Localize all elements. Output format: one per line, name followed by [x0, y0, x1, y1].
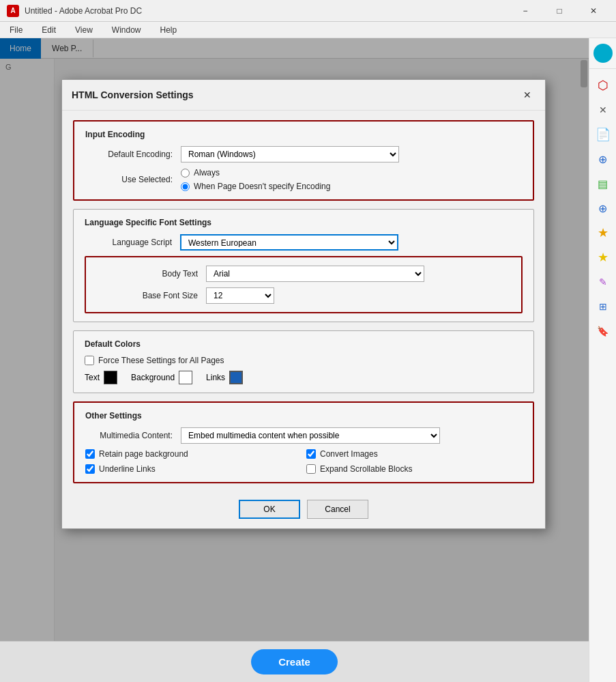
menu-file[interactable]: File [5, 24, 27, 36]
body-text-row: Body Text Arial [97, 266, 510, 282]
sidebar-icon-4[interactable]: 📄 [592, 124, 614, 145]
force-settings-label: Force These Settings for All Pages [98, 356, 224, 365]
underline-links-row[interactable]: Underline Links [85, 464, 301, 474]
use-selected-row: Use Selected: Always When Page Doesn't s… [85, 168, 522, 191]
sidebar-icon-3[interactable]: ✕ [592, 99, 614, 121]
dialog-footer: OK Cancel [62, 493, 545, 528]
other-settings-checkboxes: Retain page background Convert Images Un… [85, 449, 522, 474]
default-encoding-label: Default Encoding: [85, 150, 181, 159]
other-settings-section: Other Settings Multimedia Content: Embed… [73, 401, 534, 483]
ok-button[interactable]: OK [239, 500, 300, 519]
create-button[interactable]: Create [251, 649, 338, 674]
background-color-swatch[interactable] [179, 371, 192, 384]
app-icon: A [7, 5, 19, 17]
sidebar-icon-10[interactable]: ✎ [592, 271, 614, 293]
radio-always[interactable] [181, 169, 190, 177]
multimedia-select[interactable]: Embed multimedia content when possible R… [181, 427, 440, 444]
window-controls: − □ ✕ [510, 0, 609, 22]
base-font-size-select[interactable]: 12 8 9 10 11 12 14 [206, 287, 274, 304]
maximize-button[interactable]: □ [544, 0, 575, 22]
radio-when[interactable] [181, 182, 190, 191]
retain-background-label: Retain page background [99, 449, 188, 459]
sidebar-icon-6[interactable]: ▤ [592, 173, 614, 195]
color-row: Text Background Links [85, 371, 523, 384]
default-encoding-row: Default Encoding: Roman (Windows) [85, 146, 522, 162]
radio-always-label: Always [194, 168, 220, 177]
sidebar-icon-7[interactable]: ⊕ [592, 197, 614, 219]
base-font-size-row: Base Font Size 12 8 9 10 11 12 14 [97, 287, 510, 304]
convert-images-row[interactable]: Convert Images [306, 449, 522, 459]
sidebar-icon-1[interactable] [593, 44, 613, 63]
language-script-label: Language Script [85, 238, 180, 247]
default-encoding-select[interactable]: Roman (Windows) [181, 146, 399, 162]
force-settings-row: Force These Settings for All Pages [85, 356, 523, 365]
links-color-swatch[interactable] [229, 371, 243, 384]
html-conversion-dialog: HTML Conversion Settings ✕ Input Encodin… [61, 79, 546, 529]
radio-when-row[interactable]: When Page Doesn't specify Encoding [181, 182, 330, 191]
other-settings-label: Other Settings [85, 411, 522, 421]
sidebar-icon-5[interactable]: ⊕ [592, 148, 614, 170]
multimedia-row: Multimedia Content: Embed multimedia con… [85, 427, 522, 444]
links-color-label: Links [206, 373, 225, 382]
menu-window[interactable]: Window [108, 24, 145, 36]
sidebar-icon-2[interactable]: ⬡ [592, 74, 614, 96]
input-encoding-label: Input Encoding [85, 130, 522, 139]
body-text-select[interactable]: Arial [206, 266, 424, 282]
retain-background-row[interactable]: Retain page background [85, 449, 301, 459]
radio-when-label: When Page Doesn't specify Encoding [194, 182, 330, 191]
sidebar-icon-8[interactable]: ★ [592, 222, 614, 244]
right-sidebar: ⬡ ✕ 📄 ⊕ ▤ ⊕ ★ ★ ✎ ⊞ 🔖 [589, 38, 616, 682]
font-subsection: Body Text Arial Base Font Size 12 8 9 10… [85, 256, 523, 313]
menu-view[interactable]: View [71, 24, 97, 36]
sidebar-icon-11[interactable]: ⊞ [592, 296, 614, 317]
text-color-group: Text [85, 371, 117, 384]
convert-images-checkbox[interactable] [306, 449, 316, 459]
dialog-body: Input Encoding Default Encoding: Roman (… [62, 111, 545, 493]
bottom-area: Create [0, 641, 589, 682]
menu-help[interactable]: Help [156, 24, 181, 36]
language-script-select[interactable]: Western European [180, 234, 398, 251]
sidebar-icon-12[interactable]: 🔖 [592, 320, 614, 342]
text-color-label: Text [85, 373, 100, 382]
use-selected-radio-group: Always When Page Doesn't specify Encodin… [181, 168, 330, 191]
menu-bar: File Edit View Window Help [0, 22, 616, 38]
force-settings-checkbox[interactable] [85, 356, 94, 365]
language-script-row: Language Script Western European [85, 234, 523, 251]
dialog-titlebar: HTML Conversion Settings ✕ [62, 80, 545, 111]
input-encoding-section: Input Encoding Default Encoding: Roman (… [73, 120, 534, 201]
use-selected-label: Use Selected: [85, 175, 181, 184]
dialog-close-button[interactable]: ✕ [519, 87, 536, 103]
body-text-label: Body Text [97, 269, 206, 279]
title-bar: A Untitled - Adobe Acrobat Pro DC − □ ✕ [0, 0, 616, 22]
default-colors-section: Default Colors Force These Settings for … [73, 330, 534, 393]
language-font-label: Language Specific Font Settings [85, 218, 523, 227]
menu-edit[interactable]: Edit [38, 24, 60, 36]
language-font-section: Language Specific Font Settings Language… [73, 209, 534, 322]
minimize-button[interactable]: − [510, 0, 541, 22]
underline-links-label: Underline Links [99, 464, 156, 474]
expand-scrollable-row[interactable]: Expand Scrollable Blocks [306, 464, 522, 474]
close-button[interactable]: ✕ [578, 0, 609, 22]
cancel-button[interactable]: Cancel [307, 500, 368, 519]
sidebar-icon-9[interactable]: ★ [592, 246, 614, 268]
links-color-group: Links [206, 371, 243, 384]
underline-links-checkbox[interactable] [85, 464, 95, 474]
app-content: Home Web P... G HTML Conversion Settings… [0, 38, 616, 682]
expand-scrollable-checkbox[interactable] [306, 464, 316, 474]
convert-images-label: Convert Images [320, 449, 378, 459]
text-color-swatch[interactable] [104, 371, 117, 384]
base-font-size-label: Base Font Size [97, 291, 206, 300]
window-title: Untitled - Adobe Acrobat Pro DC [25, 6, 510, 16]
retain-background-checkbox[interactable] [85, 449, 95, 459]
expand-scrollable-label: Expand Scrollable Blocks [320, 464, 412, 474]
multimedia-label: Multimedia Content: [85, 431, 181, 440]
default-colors-label: Default Colors [85, 339, 523, 349]
dialog-title: HTML Conversion Settings [72, 89, 194, 100]
background-color-group: Background [131, 371, 192, 384]
radio-always-row[interactable]: Always [181, 168, 330, 177]
background-color-label: Background [131, 373, 175, 382]
